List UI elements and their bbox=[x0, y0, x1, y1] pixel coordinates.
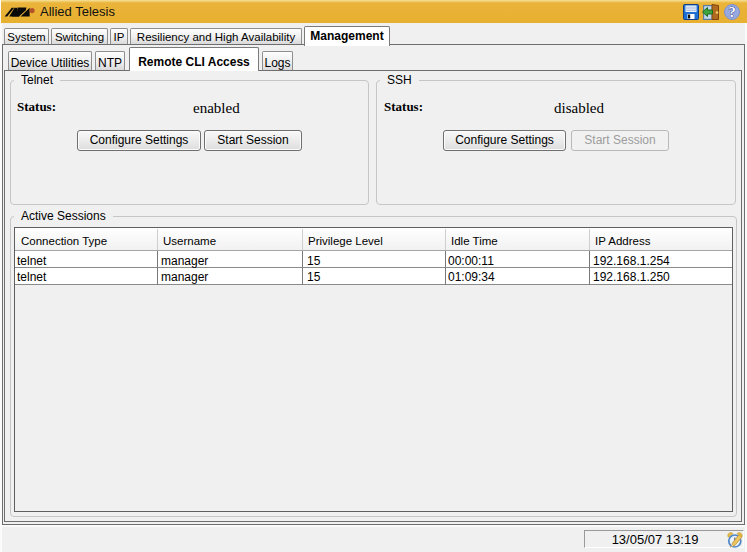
svg-text:?: ? bbox=[729, 4, 736, 20]
